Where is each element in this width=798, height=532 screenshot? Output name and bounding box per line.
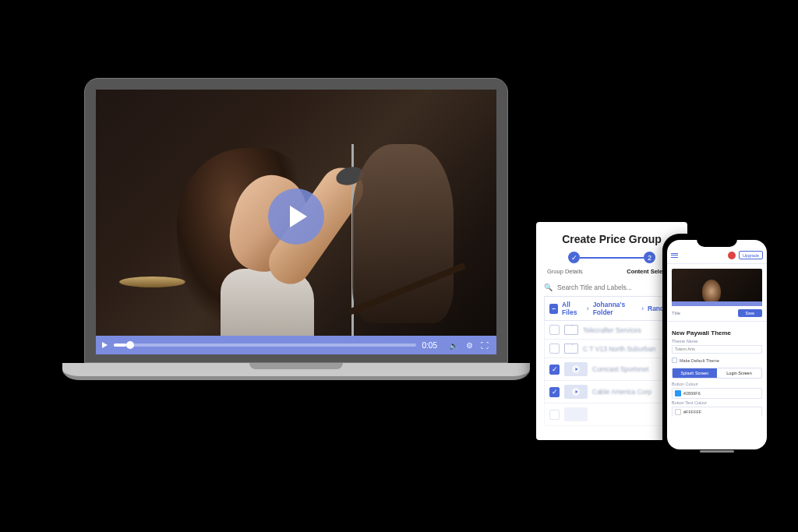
- select-all-checkbox[interactable]: –: [549, 304, 558, 314]
- save-button[interactable]: Save: [738, 309, 762, 317]
- progress-bar[interactable]: [114, 344, 416, 347]
- step-1-done[interactable]: ✓: [568, 252, 580, 263]
- guitarist: [352, 144, 454, 323]
- current-time: 0:05: [422, 341, 437, 350]
- progress-knob[interactable]: [126, 341, 134, 349]
- chevron-right-icon: ›: [641, 305, 644, 312]
- colour-value: #2899F6: [683, 391, 701, 396]
- button-colour-label: Button Colour: [667, 381, 767, 387]
- stepper: ✓ 2: [544, 252, 680, 263]
- play-overlay-icon: [572, 365, 580, 373]
- list-item[interactable]: Telecrafter Services: [544, 321, 680, 340]
- row-checkbox[interactable]: [549, 325, 560, 335]
- screen-segmented-control[interactable]: Splash Screen Login Screen: [672, 368, 762, 379]
- row-checkbox[interactable]: ✓: [549, 365, 560, 375]
- button-text-colour-input[interactable]: #FFFFFF: [672, 407, 762, 417]
- button-text-colour-label: Button Text Colour: [667, 400, 767, 406]
- menu-icon[interactable]: [671, 253, 678, 258]
- home-indicator[interactable]: [700, 450, 734, 453]
- phone-screen: Upgrade Title Save New Paywall Theme The…: [667, 240, 767, 449]
- video-player[interactable]: 0:05 🔈 ⚙ ⛶: [96, 90, 496, 354]
- make-default-row[interactable]: Make Default Theme: [667, 356, 767, 365]
- row-checkbox[interactable]: ✓: [549, 387, 560, 397]
- folder-icon: [564, 325, 578, 335]
- crumb-all-files[interactable]: All Files: [562, 301, 583, 316]
- colour-value: #FFFFFF: [683, 410, 701, 414]
- thumb-progress-bar: [672, 301, 762, 306]
- step-connector: [580, 257, 644, 259]
- volume-icon[interactable]: 🔈: [448, 341, 459, 350]
- theme-name-label: Theme Name: [667, 338, 767, 344]
- thumb-singer: [702, 280, 721, 303]
- colour-swatch[interactable]: [675, 390, 681, 396]
- list-item[interactable]: [544, 403, 680, 426]
- button-colour-input[interactable]: #2899F6: [672, 388, 762, 399]
- divider: [667, 263, 767, 264]
- step-2-current[interactable]: 2: [644, 252, 655, 263]
- play-overlay-icon: [572, 388, 580, 396]
- phone-notch: [697, 238, 737, 247]
- drum-cymbal: [119, 277, 185, 287]
- video-controls: 0:05 🔈 ⚙ ⛶: [96, 336, 496, 354]
- avatar[interactable]: [728, 252, 736, 259]
- video-title-label: Title: [672, 311, 680, 315]
- settings-icon[interactable]: ⚙: [464, 341, 475, 350]
- laptop-base: [62, 363, 530, 380]
- row-checkbox[interactable]: [549, 344, 560, 354]
- fullscreen-icon[interactable]: ⛶: [479, 341, 490, 350]
- seg-splash[interactable]: Splash Screen: [673, 368, 717, 378]
- divider: [667, 321, 767, 322]
- video-meta: Title Save: [667, 306, 767, 320]
- play-button[interactable]: [268, 188, 324, 245]
- search-input[interactable]: [557, 284, 680, 291]
- chevron-right-icon: ›: [587, 305, 589, 312]
- progress-fill: [114, 344, 126, 347]
- search-row[interactable]: 🔍: [544, 281, 680, 296]
- folder-icon: [564, 344, 578, 354]
- video-thumbnail: [564, 407, 588, 421]
- laptop-hinge-notch: [249, 363, 343, 369]
- play-icon[interactable]: [102, 342, 108, 348]
- section-heading: New Paywall Theme: [667, 325, 767, 338]
- list-item[interactable]: ✓ Cable America Corp: [544, 381, 680, 403]
- row-checkbox[interactable]: [549, 410, 560, 420]
- phone-mockup: Upgrade Title Save New Paywall Theme The…: [662, 234, 772, 456]
- make-default-label: Make Default Theme: [680, 358, 719, 363]
- row-label: Telecrafter Services: [583, 326, 674, 334]
- video-preview[interactable]: [672, 269, 762, 306]
- list-item[interactable]: ✓ Comcast Sportsnet: [544, 358, 680, 381]
- list-item[interactable]: C T V13 North Suburban: [544, 340, 680, 358]
- laptop-mockup: 0:05 🔈 ⚙ ⛶: [62, 78, 530, 380]
- colour-swatch[interactable]: [675, 409, 681, 415]
- step-labels: Group Details Content Selection: [544, 268, 680, 281]
- row-label: C T V13 North Suburban: [583, 345, 674, 353]
- breadcrumb-row: – All Files › Johanna's Folder › Random: [544, 296, 680, 321]
- seg-login[interactable]: Login Screen: [717, 368, 761, 378]
- page-title: Create Price Group: [544, 233, 680, 245]
- laptop-bezel: 0:05 🔈 ⚙ ⛶: [84, 78, 508, 363]
- search-icon: 🔍: [544, 284, 553, 291]
- make-default-checkbox[interactable]: [672, 358, 677, 363]
- theme-name-input[interactable]: Totem Arts: [672, 345, 762, 354]
- crumb-folder[interactable]: Johanna's Folder: [593, 301, 638, 316]
- step-1-label: Group Details: [547, 268, 583, 275]
- video-thumbnail: [564, 362, 588, 376]
- video-thumbnail: [564, 385, 588, 399]
- upgrade-button[interactable]: Upgrade: [739, 251, 763, 259]
